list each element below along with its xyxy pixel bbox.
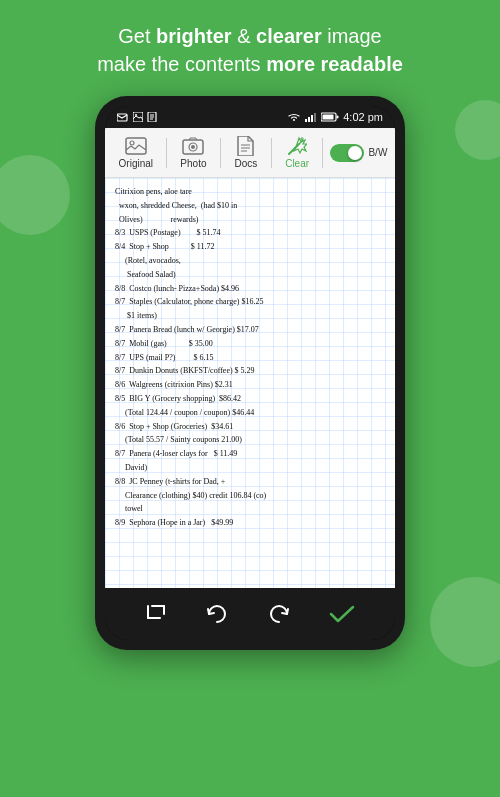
header-text: Get brighter & clearer image make the co…	[0, 0, 500, 96]
toolbar-sep2	[220, 138, 221, 168]
toolbar-sep4	[322, 138, 323, 168]
clear-icon	[285, 136, 309, 156]
header-line1-p3: image	[322, 25, 382, 47]
status-left-icons	[117, 112, 157, 122]
document-area: Citrixion pens, aloe tare wxon, shredded…	[105, 178, 395, 588]
redo-button[interactable]	[267, 602, 291, 626]
clear-label: Clear	[285, 158, 309, 169]
toggle-knob	[348, 146, 362, 160]
toolbar-sep1	[166, 138, 167, 168]
header-line1-bold2: clearer	[256, 25, 322, 47]
svg-point-15	[130, 141, 134, 145]
svg-marker-23	[294, 138, 307, 153]
confirm-button[interactable]	[328, 602, 356, 626]
original-label: Original	[119, 158, 153, 169]
battery-icon	[321, 112, 339, 122]
time-display: 4:02 pm	[343, 111, 383, 123]
header-line1-p2: &	[232, 25, 256, 47]
svg-rect-8	[308, 117, 310, 122]
notification-icon	[117, 112, 129, 122]
crop-button[interactable]	[144, 602, 168, 626]
wifi-icon	[287, 112, 301, 122]
docs-icon	[234, 136, 258, 156]
header-line1-bold1: brighter	[156, 25, 232, 47]
svg-rect-10	[314, 113, 316, 122]
header-line2-p1: make the contents	[97, 53, 266, 75]
svg-rect-14	[126, 138, 146, 154]
svg-rect-7	[305, 119, 307, 122]
phone-wrapper: 4:02 pm Original	[0, 96, 500, 650]
toolbar-docs[interactable]: Docs	[228, 134, 264, 171]
photo-icon	[181, 136, 205, 156]
bottom-bar	[105, 588, 395, 640]
original-icon	[124, 136, 148, 156]
svg-rect-12	[337, 116, 339, 119]
doc-icon-small	[147, 112, 157, 122]
svg-point-18	[191, 145, 195, 149]
handwriting-content: Citrixion pens, aloe tare wxon, shredded…	[115, 186, 385, 530]
toolbar-photo[interactable]: Photo	[174, 134, 212, 171]
header-line1-p1: Get	[118, 25, 156, 47]
image-icon	[133, 112, 143, 122]
toolbar-clear[interactable]: Clear	[279, 134, 315, 171]
undo-button[interactable]	[205, 602, 229, 626]
toolbar: Original Photo	[105, 128, 395, 178]
grid-paper: Citrixion pens, aloe tare wxon, shredded…	[105, 178, 395, 588]
bw-label: B/W	[368, 147, 387, 158]
phone: 4:02 pm Original	[95, 96, 405, 650]
toolbar-bw[interactable]: B/W	[330, 144, 387, 162]
toolbar-original[interactable]: Original	[113, 134, 159, 171]
bw-toggle-switch[interactable]	[330, 144, 364, 162]
svg-rect-9	[311, 115, 313, 122]
status-right: 4:02 pm	[287, 111, 383, 123]
header-line2-bold: more readable	[266, 53, 403, 75]
toolbar-sep3	[271, 138, 272, 168]
photo-label: Photo	[180, 158, 206, 169]
docs-label: Docs	[234, 158, 257, 169]
svg-rect-13	[323, 115, 334, 120]
status-bar: 4:02 pm	[105, 106, 395, 128]
phone-screen: 4:02 pm Original	[105, 106, 395, 640]
signal-icon	[305, 112, 317, 122]
